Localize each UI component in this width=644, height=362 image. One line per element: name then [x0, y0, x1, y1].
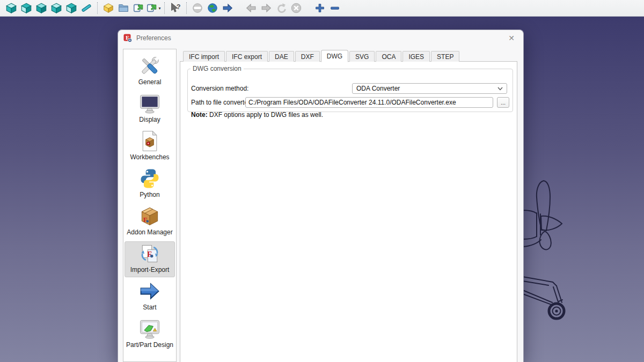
tab-dwg[interactable]: DWG	[321, 50, 348, 62]
zoom-in-icon[interactable]	[312, 1, 327, 16]
tab-svg[interactable]: SVG	[349, 51, 375, 62]
dwg-conversion-group: DWG conversion Conversion method: ODA Co…	[187, 65, 513, 112]
tab-dae[interactable]: DAE	[269, 51, 294, 62]
sidebar-item-label: Python	[140, 191, 159, 198]
path-input[interactable]	[245, 97, 493, 108]
sidebar-item-label: Workbenches	[130, 153, 169, 161]
main-toolbar: ▾?	[0, 0, 644, 17]
whats-this-icon[interactable]: ?	[168, 1, 183, 16]
preferences-sidebar: GeneralDisplayWorkbenchesPythonFAddon Ma…	[123, 49, 177, 362]
sidebar-item-label: Start	[143, 304, 156, 311]
toolbar-separator	[164, 2, 165, 14]
toolbar-separator	[186, 2, 187, 14]
tab-step[interactable]: STEP	[431, 51, 459, 62]
dialog-title: Preferences	[136, 34, 171, 42]
svg-text:?: ?	[177, 3, 181, 11]
toolbar-separator	[97, 2, 98, 14]
tab-iges[interactable]: IGES	[402, 51, 430, 62]
tab-ifc-import[interactable]: IFC import	[183, 51, 225, 62]
stop-icon	[289, 1, 304, 16]
part-icon[interactable]	[101, 1, 116, 16]
workbenches-icon	[138, 129, 162, 153]
display-icon	[138, 92, 162, 115]
addon-manager-icon: F	[138, 204, 162, 228]
group-title: DWG conversion	[191, 65, 244, 72]
preferences-dialog: F Preferences ✕ GeneralDisplayWorkbenche…	[118, 29, 524, 362]
view-rear-icon[interactable]	[64, 1, 79, 16]
tab-dxf[interactable]: DXF	[295, 51, 320, 62]
sidebar-item-display[interactable]: Display	[125, 91, 175, 127]
open-folder-icon[interactable]	[116, 1, 131, 16]
sidebar-item-start[interactable]: Start	[125, 279, 175, 315]
view-top-icon[interactable]	[34, 1, 49, 16]
tab-oca[interactable]: OCA	[376, 51, 401, 62]
conversion-method-label: Conversion method:	[191, 85, 248, 92]
close-icon[interactable]: ✕	[505, 34, 518, 42]
sidebar-item-label: Addon Manager	[127, 228, 172, 236]
refresh-icon	[274, 1, 289, 16]
python-icon	[138, 167, 162, 190]
sidebar-item-label: Import-Export	[130, 266, 170, 274]
conversion-method-select[interactable]: ODA Converter	[352, 83, 507, 94]
chevron-down-icon	[497, 87, 503, 91]
path-label: Path to file converter	[191, 99, 250, 106]
tab-ifc-export[interactable]: IFC export	[226, 51, 268, 62]
sidebar-item-label: Part/Part Design	[126, 341, 173, 349]
draft-line-icon[interactable]	[79, 1, 94, 16]
part-design-icon	[138, 317, 162, 341]
sidebar-item-addon-manager[interactable]: FAddon Manager	[125, 204, 175, 240]
export-icon[interactable]	[131, 1, 146, 16]
conversion-method-value: ODA Converter	[356, 85, 497, 92]
view-front-icon[interactable]	[19, 1, 34, 16]
dialog-titlebar[interactable]: F Preferences ✕	[118, 30, 523, 46]
start-icon	[138, 279, 162, 303]
dwg-tab-panel: DWG conversion Conversion method: ODA Co…	[180, 61, 517, 362]
tab-strip: IFC importIFC exportDAEDXFDWGSVGOCAIGESS…	[183, 49, 460, 62]
svg-text:F: F	[143, 216, 147, 224]
web-page-icon	[190, 1, 205, 16]
go-arrow-icon[interactable]	[220, 1, 235, 16]
sidebar-item-python[interactable]: Python	[125, 166, 175, 202]
view-isometric-icon[interactable]	[4, 1, 19, 16]
general-icon	[138, 54, 162, 78]
nav-forward-icon	[259, 1, 274, 16]
sidebar-item-workbenches[interactable]: Workbenches	[125, 129, 175, 165]
zoom-out-icon[interactable]	[327, 1, 342, 16]
freecad-window: ▾?	[0, 0, 644, 362]
sidebar-item-label: General	[138, 78, 162, 86]
sidebar-item-import-export[interactable]: FImport-Export	[125, 241, 175, 277]
freecad-logo-icon: F	[123, 34, 132, 42]
sidebar-item-general[interactable]: General	[125, 54, 175, 90]
web-globe-icon[interactable]	[205, 1, 220, 16]
export-menu-icon[interactable]: ▾	[146, 1, 161, 16]
browse-button[interactable]: ...	[497, 97, 509, 108]
sidebar-item-part-part-design[interactable]: Part/Part Design	[125, 316, 175, 352]
import-export-icon: F	[138, 242, 162, 265]
sidebar-item-label: Display	[139, 116, 160, 123]
note-text: Note: DXF options apply to DWG files as …	[191, 111, 323, 119]
nav-back-icon	[244, 1, 259, 16]
view-right-icon[interactable]	[49, 1, 64, 16]
